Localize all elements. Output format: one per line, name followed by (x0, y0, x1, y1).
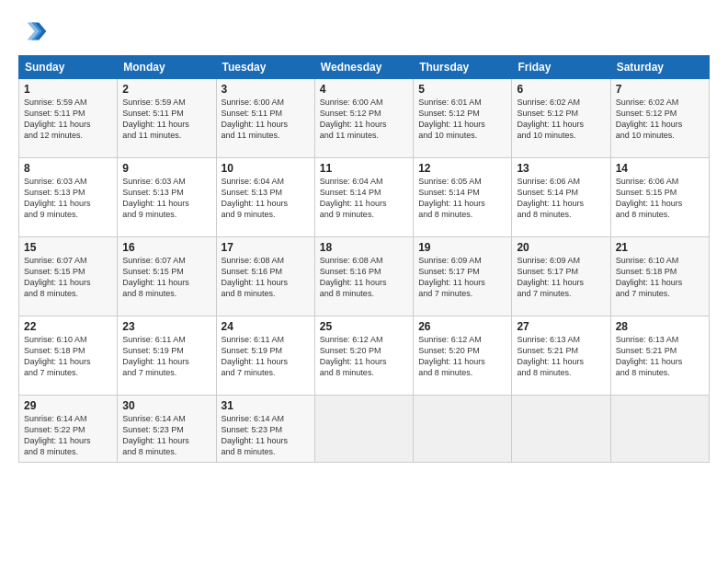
day-info: Sunrise: 6:07 AMSunset: 5:15 PMDaylight:… (122, 255, 210, 300)
day-number: 9 (122, 162, 210, 175)
calendar-cell: 21Sunrise: 6:10 AMSunset: 5:18 PMDayligh… (610, 237, 709, 316)
calendar-cell (512, 396, 610, 463)
logo-icon (18, 17, 48, 46)
day-info: Sunrise: 6:09 AMSunset: 5:17 PMDaylight:… (418, 255, 506, 300)
calendar-cell: 1Sunrise: 5:59 AMSunset: 5:11 PMDaylight… (19, 79, 118, 158)
day-number: 25 (320, 320, 408, 333)
day-number: 13 (517, 162, 605, 175)
day-number: 17 (222, 241, 310, 254)
calendar-week-row: 22Sunrise: 6:10 AMSunset: 5:18 PMDayligh… (19, 316, 710, 396)
day-info: Sunrise: 6:14 AMSunset: 5:23 PMDaylight:… (122, 413, 210, 458)
day-number: 6 (517, 83, 605, 96)
day-info: Sunrise: 6:07 AMSunset: 5:15 PMDaylight:… (24, 255, 112, 300)
day-number: 18 (320, 241, 408, 254)
calendar-cell: 31Sunrise: 6:14 AMSunset: 5:23 PMDayligh… (216, 396, 314, 463)
calendar-cell: 2Sunrise: 5:59 AMSunset: 5:11 PMDaylight… (118, 79, 216, 158)
day-number: 11 (320, 162, 408, 175)
calendar-cell: 6Sunrise: 6:02 AMSunset: 5:12 PMDaylight… (512, 79, 610, 158)
day-info: Sunrise: 6:01 AMSunset: 5:12 PMDaylight:… (418, 97, 506, 142)
calendar-cell: 14Sunrise: 6:06 AMSunset: 5:15 PMDayligh… (610, 158, 709, 237)
calendar-cell: 15Sunrise: 6:07 AMSunset: 5:15 PMDayligh… (19, 237, 118, 316)
day-info: Sunrise: 6:03 AMSunset: 5:13 PMDaylight:… (24, 176, 112, 221)
day-info: Sunrise: 6:03 AMSunset: 5:13 PMDaylight:… (122, 176, 210, 221)
calendar-cell: 23Sunrise: 6:11 AMSunset: 5:19 PMDayligh… (118, 316, 216, 396)
calendar-week-row: 29Sunrise: 6:14 AMSunset: 5:22 PMDayligh… (19, 396, 710, 463)
day-number: 23 (122, 320, 210, 333)
calendar-cell: 25Sunrise: 6:12 AMSunset: 5:20 PMDayligh… (314, 316, 413, 396)
day-info: Sunrise: 6:12 AMSunset: 5:20 PMDaylight:… (418, 334, 506, 379)
day-number: 8 (24, 162, 112, 175)
calendar-cell: 24Sunrise: 6:11 AMSunset: 5:19 PMDayligh… (216, 316, 314, 396)
calendar-day-header: Monday (118, 56, 216, 79)
calendar-cell: 8Sunrise: 6:03 AMSunset: 5:13 PMDaylight… (19, 158, 118, 237)
calendar-cell: 13Sunrise: 6:06 AMSunset: 5:14 PMDayligh… (512, 158, 610, 237)
calendar-cell: 16Sunrise: 6:07 AMSunset: 5:15 PMDayligh… (118, 237, 216, 316)
day-info: Sunrise: 6:10 AMSunset: 5:18 PMDaylight:… (24, 334, 112, 379)
calendar-week-row: 15Sunrise: 6:07 AMSunset: 5:15 PMDayligh… (19, 237, 710, 316)
calendar-day-header: Tuesday (216, 56, 314, 79)
day-info: Sunrise: 6:02 AMSunset: 5:12 PMDaylight:… (616, 97, 704, 142)
day-info: Sunrise: 6:11 AMSunset: 5:19 PMDaylight:… (122, 334, 210, 379)
day-info: Sunrise: 6:05 AMSunset: 5:14 PMDaylight:… (418, 176, 506, 221)
day-number: 28 (616, 320, 704, 333)
day-number: 24 (222, 320, 310, 333)
day-info: Sunrise: 6:13 AMSunset: 5:21 PMDaylight:… (517, 334, 605, 379)
calendar-cell: 17Sunrise: 6:08 AMSunset: 5:16 PMDayligh… (216, 237, 314, 316)
day-number: 3 (222, 83, 310, 96)
calendar-cell: 10Sunrise: 6:04 AMSunset: 5:13 PMDayligh… (216, 158, 314, 237)
calendar-cell: 7Sunrise: 6:02 AMSunset: 5:12 PMDaylight… (610, 79, 709, 158)
logo (18, 17, 51, 46)
day-number: 14 (616, 162, 704, 175)
calendar-table: SundayMondayTuesdayWednesdayThursdayFrid… (18, 55, 710, 463)
day-number: 21 (616, 241, 704, 254)
day-info: Sunrise: 6:09 AMSunset: 5:17 PMDaylight:… (517, 255, 605, 300)
day-info: Sunrise: 6:12 AMSunset: 5:20 PMDaylight:… (320, 334, 408, 379)
calendar-week-row: 1Sunrise: 5:59 AMSunset: 5:11 PMDaylight… (19, 79, 710, 158)
day-info: Sunrise: 6:06 AMSunset: 5:15 PMDaylight:… (616, 176, 704, 221)
day-info: Sunrise: 6:11 AMSunset: 5:19 PMDaylight:… (222, 334, 310, 379)
calendar-cell: 4Sunrise: 6:00 AMSunset: 5:12 PMDaylight… (314, 79, 413, 158)
calendar-day-header: Sunday (19, 56, 118, 79)
calendar-cell: 9Sunrise: 6:03 AMSunset: 5:13 PMDaylight… (118, 158, 216, 237)
calendar-cell: 19Sunrise: 6:09 AMSunset: 5:17 PMDayligh… (414, 237, 512, 316)
day-info: Sunrise: 6:02 AMSunset: 5:12 PMDaylight:… (517, 97, 605, 142)
calendar-day-header: Saturday (610, 56, 709, 79)
calendar-cell: 5Sunrise: 6:01 AMSunset: 5:12 PMDaylight… (414, 79, 512, 158)
day-info: Sunrise: 6:14 AMSunset: 5:22 PMDaylight:… (24, 413, 112, 458)
day-info: Sunrise: 6:08 AMSunset: 5:16 PMDaylight:… (222, 255, 310, 300)
day-number: 4 (320, 83, 408, 96)
calendar-cell: 18Sunrise: 6:08 AMSunset: 5:16 PMDayligh… (314, 237, 413, 316)
calendar-cell: 27Sunrise: 6:13 AMSunset: 5:21 PMDayligh… (512, 316, 610, 396)
calendar-cell: 20Sunrise: 6:09 AMSunset: 5:17 PMDayligh… (512, 237, 610, 316)
day-info: Sunrise: 6:14 AMSunset: 5:23 PMDaylight:… (222, 413, 310, 458)
day-number: 19 (418, 241, 506, 254)
day-info: Sunrise: 6:10 AMSunset: 5:18 PMDaylight:… (616, 255, 704, 300)
day-info: Sunrise: 6:08 AMSunset: 5:16 PMDaylight:… (320, 255, 408, 300)
calendar-header-row: SundayMondayTuesdayWednesdayThursdayFrid… (19, 56, 710, 79)
day-info: Sunrise: 6:06 AMSunset: 5:14 PMDaylight:… (517, 176, 605, 221)
calendar-cell: 30Sunrise: 6:14 AMSunset: 5:23 PMDayligh… (118, 396, 216, 463)
day-info: Sunrise: 6:00 AMSunset: 5:12 PMDaylight:… (320, 97, 408, 142)
day-number: 7 (616, 83, 704, 96)
calendar-cell (314, 396, 413, 463)
calendar-cell: 12Sunrise: 6:05 AMSunset: 5:14 PMDayligh… (414, 158, 512, 237)
day-number: 27 (517, 320, 605, 333)
day-info: Sunrise: 6:13 AMSunset: 5:21 PMDaylight:… (616, 334, 704, 379)
day-number: 1 (24, 83, 112, 96)
calendar-cell (414, 396, 512, 463)
day-number: 22 (24, 320, 112, 333)
calendar-week-row: 8Sunrise: 6:03 AMSunset: 5:13 PMDaylight… (19, 158, 710, 237)
calendar-cell: 11Sunrise: 6:04 AMSunset: 5:14 PMDayligh… (314, 158, 413, 237)
calendar-cell: 28Sunrise: 6:13 AMSunset: 5:21 PMDayligh… (610, 316, 709, 396)
day-number: 26 (418, 320, 506, 333)
page: SundayMondayTuesdayWednesdayThursdayFrid… (0, 0, 728, 563)
calendar-cell: 26Sunrise: 6:12 AMSunset: 5:20 PMDayligh… (414, 316, 512, 396)
day-number: 12 (418, 162, 506, 175)
day-info: Sunrise: 6:00 AMSunset: 5:11 PMDaylight:… (222, 97, 310, 142)
day-number: 30 (122, 399, 210, 412)
calendar-day-header: Thursday (414, 56, 512, 79)
day-number: 29 (24, 399, 112, 412)
day-number: 15 (24, 241, 112, 254)
day-number: 20 (517, 241, 605, 254)
day-number: 16 (122, 241, 210, 254)
